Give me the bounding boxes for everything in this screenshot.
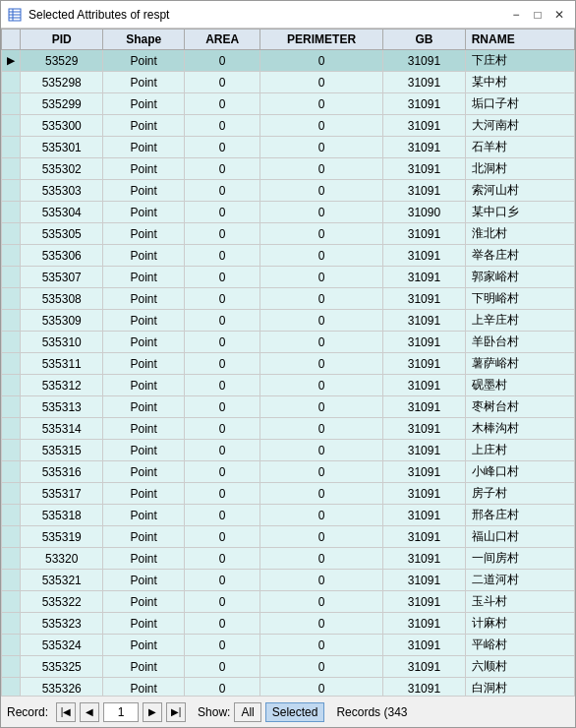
cell-gb: 31091 [383,223,465,245]
cell-perimeter: 0 [259,245,382,267]
cell-gb: 31091 [383,440,465,461]
cell-shape: Point [102,656,184,678]
col-header-shape[interactable]: Shape [102,30,184,50]
cell-rname: 下庄村 [465,50,574,72]
table-row[interactable]: 535317Point0031091房子村 [2,483,575,505]
table-area: PID Shape AREA PERIMETER GB RNAME ▶53529… [1,29,575,696]
cell-pid: 535303 [21,180,102,202]
table-row[interactable]: 535312Point0031091砚墨村 [2,375,575,396]
table-row[interactable]: 535314Point0031091木棒沟村 [2,418,575,440]
cell-shape: Point [102,245,184,267]
cell-rname: 上庄村 [465,440,574,461]
window-controls: − □ ✕ [506,5,569,25]
col-header-gb[interactable]: GB [383,30,465,50]
cell-area: 0 [185,483,260,505]
col-header-area[interactable]: AREA [185,30,260,50]
close-button[interactable]: ✕ [549,5,569,25]
table-row[interactable]: 535306Point0031091举各庄村 [2,245,575,267]
status-bar: Record: |◀ ◀ ▶ ▶| Show: All Selected Rec… [1,696,575,727]
cell-gb: 31091 [383,483,465,505]
table-row[interactable]: 535300Point0031091大河南村 [2,115,575,137]
row-indicator [2,440,21,461]
cell-area: 0 [185,158,260,180]
show-all-button[interactable]: All [234,702,260,722]
table-row[interactable]: 535298Point0031091某中村 [2,72,575,93]
table-row[interactable]: 535304Point0031090某中口乡 [2,202,575,223]
cell-perimeter: 0 [259,461,382,483]
table-row[interactable]: 535301Point0031091石羊村 [2,137,575,158]
cell-pid: 535315 [21,440,102,461]
cell-area: 0 [185,678,260,697]
cell-rname: 举各庄村 [465,245,574,267]
cell-rname: 下明峪村 [465,288,574,310]
table-row[interactable]: 535299Point0031091垢口子村 [2,93,575,115]
table-row[interactable]: 535319Point0031091福山口村 [2,526,575,548]
cell-gb: 31091 [383,93,465,115]
table-row[interactable]: 535303Point0031091索河山村 [2,180,575,202]
cell-area: 0 [185,461,260,483]
cell-area: 0 [185,656,260,678]
cell-pid: 535300 [21,115,102,137]
cell-gb: 31091 [383,635,465,656]
row-indicator [2,245,21,267]
table-row[interactable]: 535318Point0031091邢各庄村 [2,505,575,526]
table-row[interactable]: 535315Point0031091上庄村 [2,440,575,461]
cell-rname: 一间房村 [465,548,574,570]
table-row[interactable]: 535307Point0031091郭家峪村 [2,267,575,288]
cell-perimeter: 0 [259,223,382,245]
cell-gb: 31091 [383,613,465,635]
nav-next-button[interactable]: ▶ [143,702,162,722]
window-title: Selected Attributes of respt [29,8,506,22]
table-row[interactable]: 535311Point0031091薯萨峪村 [2,353,575,375]
nav-first-button[interactable]: |◀ [56,702,76,722]
col-header-perimeter[interactable]: PERIMETER [259,30,382,50]
cell-gb: 31091 [383,678,465,697]
table-row[interactable]: 535305Point0031091淮北村 [2,223,575,245]
cell-shape: Point [102,93,184,115]
col-header-rname[interactable]: RNAME [465,30,574,50]
table-row[interactable]: 535326Point0031091白洞村 [2,678,575,697]
cell-area: 0 [185,223,260,245]
table-row[interactable]: 535309Point0031091上辛庄村 [2,310,575,332]
row-indicator [2,526,21,548]
cell-gb: 31091 [383,375,465,396]
cell-gb: 31091 [383,115,465,137]
table-row[interactable]: 535323Point0031091计麻村 [2,613,575,635]
show-selected-button[interactable]: Selected [265,702,325,722]
row-indicator [2,93,21,115]
cell-shape: Point [102,418,184,440]
cell-gb: 31091 [383,310,465,332]
table-row[interactable]: 535316Point0031091小峰口村 [2,461,575,483]
cell-rname: 平峪村 [465,635,574,656]
cell-perimeter: 0 [259,483,382,505]
cell-perimeter: 0 [259,93,382,115]
nav-last-button[interactable]: ▶| [166,702,186,722]
cell-pid: 53320 [21,548,102,570]
cell-shape: Point [102,613,184,635]
table-row[interactable]: 535322Point0031091玉斗村 [2,591,575,613]
cell-pid: 535321 [21,570,102,591]
table-row[interactable]: 53320Point0031091一间房村 [2,548,575,570]
maximize-button[interactable]: □ [528,5,547,25]
cell-perimeter: 0 [259,548,382,570]
col-header-pid[interactable]: PID [21,30,102,50]
record-number-input[interactable] [103,702,139,722]
nav-prev-button[interactable]: ◀ [80,702,99,722]
table-row[interactable]: 535313Point0031091枣树台村 [2,396,575,418]
cell-perimeter: 0 [259,180,382,202]
cell-area: 0 [185,526,260,548]
table-row[interactable]: 535321Point0031091二道河村 [2,570,575,591]
cell-perimeter: 0 [259,613,382,635]
minimize-button[interactable]: − [506,5,526,25]
table-row[interactable]: 535310Point0031091羊卧台村 [2,332,575,353]
table-wrapper[interactable]: PID Shape AREA PERIMETER GB RNAME ▶53529… [1,29,575,696]
cell-gb: 31091 [383,332,465,353]
cell-shape: Point [102,223,184,245]
table-row[interactable]: 535308Point0031091下明峪村 [2,288,575,310]
table-row[interactable]: 535302Point0031091北洞村 [2,158,575,180]
table-row[interactable]: 535324Point0031091平峪村 [2,635,575,656]
cell-pid: 535325 [21,656,102,678]
cell-rname: 某中口乡 [465,202,574,223]
table-row[interactable]: ▶53529Point0031091下庄村 [2,50,575,72]
table-row[interactable]: 535325Point0031091六顺村 [2,656,575,678]
